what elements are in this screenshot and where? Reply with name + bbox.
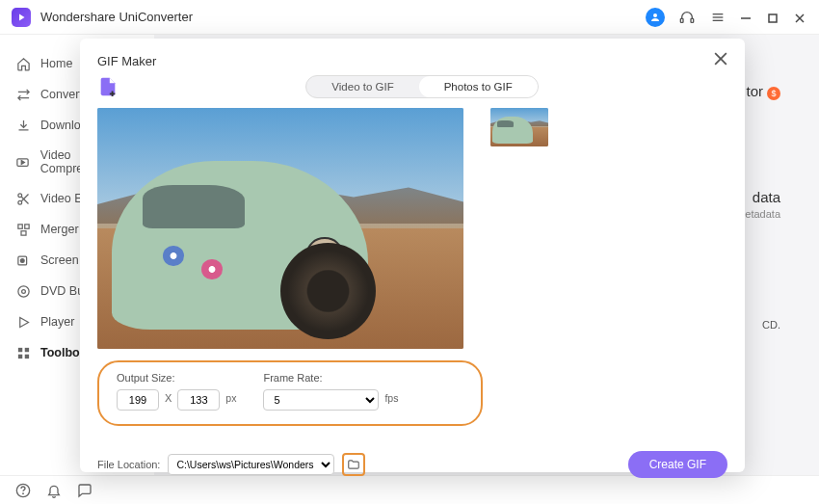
svg-rect-25	[24, 347, 28, 351]
sidebar-item-label: Home	[40, 57, 72, 70]
svg-rect-17	[24, 224, 28, 227]
svg-rect-27	[24, 354, 28, 358]
bg-data-sub: etadata	[745, 208, 780, 220]
disc-icon	[15, 283, 31, 299]
grid-icon	[15, 345, 31, 360]
help-icon[interactable]	[15, 483, 31, 498]
svg-point-22	[21, 289, 25, 293]
bg-editor-label: tor$	[746, 83, 780, 100]
svg-point-0	[653, 13, 657, 17]
svg-point-13	[17, 200, 21, 204]
maximize-icon[interactable]	[767, 11, 780, 24]
fps-select[interactable]: 5	[263, 389, 379, 411]
svg-point-20	[20, 258, 24, 262]
download-icon	[15, 118, 31, 133]
app-logo-icon	[12, 8, 31, 27]
frame-rate-label: Frame Rate:	[263, 372, 398, 384]
bell-icon[interactable]	[46, 483, 62, 498]
play-icon	[15, 314, 31, 330]
preview-image	[97, 108, 463, 349]
svg-point-21	[17, 285, 28, 296]
sidebar-item-label: Player	[40, 315, 74, 329]
svg-rect-7	[769, 14, 777, 22]
sidebar-item-label: Merger	[40, 223, 79, 236]
width-input[interactable]	[117, 389, 159, 411]
browse-folder-button[interactable]	[342, 453, 365, 476]
svg-point-12	[17, 193, 21, 197]
menu-icon[interactable]	[709, 9, 727, 26]
file-location-select[interactable]: C:\Users\ws\Pictures\Wonders	[168, 454, 334, 475]
create-gif-button[interactable]: Create GIF	[628, 451, 727, 478]
output-settings: Output Size: X px Frame Rate: 5 fps	[97, 360, 483, 426]
close-icon[interactable]	[714, 52, 727, 69]
titlebar: Wondershare UniConverter	[0, 0, 819, 35]
merge-icon	[15, 222, 31, 237]
svg-point-29	[23, 493, 24, 494]
svg-rect-18	[21, 230, 26, 234]
output-size-label: Output Size:	[117, 372, 236, 384]
record-icon	[15, 252, 31, 268]
svg-marker-23	[19, 317, 28, 327]
user-account-icon[interactable]	[646, 8, 665, 27]
fps-label: fps	[384, 392, 398, 408]
px-label: px	[225, 392, 236, 408]
headset-icon[interactable]	[678, 9, 696, 26]
svg-rect-16	[17, 224, 21, 227]
app-title: Wondershare UniConverter	[40, 10, 646, 24]
thumbnail-image[interactable]	[490, 108, 548, 146]
svg-rect-24	[17, 347, 21, 351]
svg-rect-2	[691, 18, 694, 22]
svg-marker-11	[22, 160, 25, 164]
tab-video-to-gif[interactable]: Video to GIF	[306, 76, 418, 97]
converter-icon	[15, 87, 31, 102]
height-input[interactable]	[177, 389, 220, 411]
footer-bar	[0, 475, 819, 504]
svg-rect-1	[680, 18, 683, 22]
compress-icon	[15, 154, 31, 170]
by-label: X	[165, 392, 172, 408]
svg-rect-26	[17, 354, 21, 358]
tab-group: Video to GIF Photos to GIF	[305, 75, 538, 98]
add-file-icon[interactable]	[97, 76, 119, 97]
scissors-icon	[15, 191, 31, 206]
file-location-label: File Location:	[97, 459, 160, 470]
home-icon	[15, 56, 31, 71]
feedback-icon[interactable]	[77, 483, 92, 498]
tab-photos-to-gif[interactable]: Photos to GIF	[419, 76, 538, 97]
bg-data-title: data	[753, 189, 780, 205]
modal-title: GIF Maker	[97, 54, 156, 68]
bg-cd-text: CD.	[762, 319, 780, 331]
premium-badge-icon: $	[767, 87, 780, 100]
minimize-icon[interactable]	[740, 11, 753, 24]
close-window-icon[interactable]	[794, 11, 807, 24]
gif-maker-modal: GIF Maker Video to GIF Photos to GIF	[80, 39, 745, 472]
